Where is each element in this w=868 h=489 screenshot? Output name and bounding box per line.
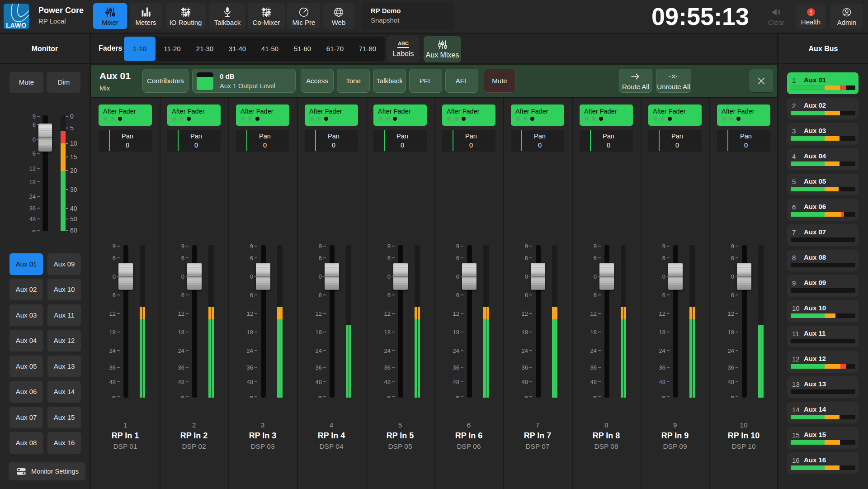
svg-text:LAWO: LAWO: [6, 22, 27, 29]
